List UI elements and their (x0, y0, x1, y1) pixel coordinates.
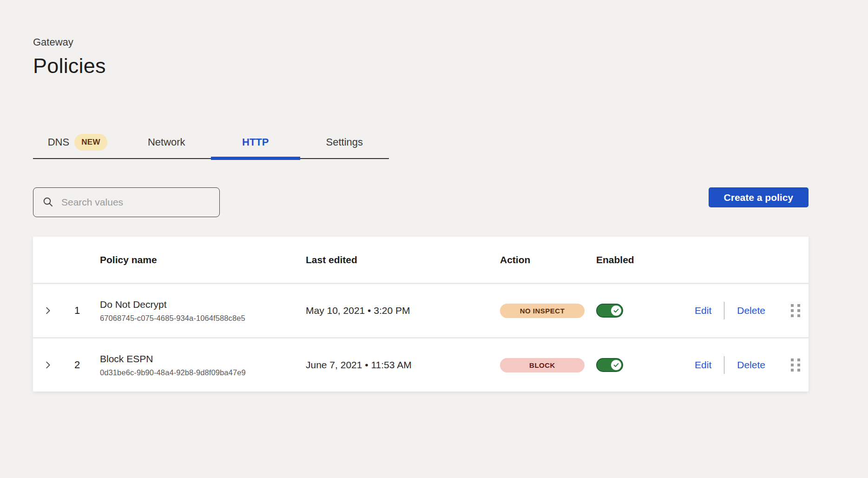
expand-row-button[interactable] (41, 358, 55, 372)
link-divider (724, 356, 724, 374)
toolbar: Create a policy (33, 187, 809, 217)
policy-name: Block ESPN (100, 353, 153, 365)
last-edited-value: June 7, 2021 • 11:53 AM (306, 359, 500, 371)
column-header-policy-name: Policy name (92, 254, 306, 266)
tab-http-label: HTTP (242, 136, 269, 148)
check-icon (613, 307, 619, 314)
main-content: Gateway Policies DNS NEW Network HTTP Se… (33, 0, 809, 392)
search-box (33, 187, 220, 217)
action-badge: BLOCK (500, 358, 585, 372)
new-badge: NEW (74, 134, 107, 151)
tab-dns-label: DNS (48, 136, 69, 148)
policy-name: Do Not Decrypt (100, 299, 167, 310)
create-policy-button[interactable]: Create a policy (709, 187, 809, 207)
policy-id: 0d31be6c-9b90-48a4-92b8-9d8f09ba47e9 (100, 368, 246, 377)
table-row: 2 Block ESPN 0d31be6c-9b90-48a4-92b8-9d8… (33, 337, 809, 392)
tab-settings-label: Settings (326, 136, 363, 148)
tab-http[interactable]: HTTP (211, 126, 300, 158)
toggle-knob (611, 305, 621, 316)
drag-handle-icon[interactable] (788, 301, 803, 320)
delete-link[interactable]: Delete (737, 359, 765, 371)
expand-row-button[interactable] (41, 304, 55, 318)
table-header-row: Policy name Last edited Action Enabled (33, 237, 809, 283)
chevron-right-icon (43, 305, 53, 316)
row-index: 2 (63, 359, 92, 371)
edit-link[interactable]: Edit (695, 359, 711, 371)
drag-handle-icon[interactable] (788, 356, 803, 374)
edit-link[interactable]: Edit (695, 305, 711, 316)
column-header-enabled: Enabled (596, 254, 677, 266)
enabled-toggle[interactable] (596, 304, 623, 318)
action-badge: NO INSPECT (500, 304, 585, 318)
enabled-toggle[interactable] (596, 358, 623, 372)
link-divider (724, 302, 724, 319)
page-title: Policies (33, 54, 809, 78)
search-icon (42, 196, 54, 208)
delete-link[interactable]: Delete (737, 305, 765, 316)
policy-table: Policy name Last edited Action Enabled 1… (33, 237, 809, 392)
chevron-right-icon (43, 360, 53, 370)
tab-network-label: Network (148, 136, 185, 148)
tab-settings[interactable]: Settings (300, 126, 389, 158)
tab-dns[interactable]: DNS NEW (33, 126, 122, 158)
search-input[interactable] (61, 197, 210, 208)
tab-bar: DNS NEW Network HTTP Settings (33, 126, 389, 159)
breadcrumb: Gateway (33, 0, 809, 48)
last-edited-value: May 10, 2021 • 3:20 PM (306, 305, 500, 316)
column-header-last-edited: Last edited (306, 254, 500, 266)
row-index: 1 (63, 305, 92, 317)
policy-id: 67068745-c075-4685-934a-1064f588c8e5 (100, 314, 245, 323)
check-icon (613, 362, 619, 368)
table-row: 1 Do Not Decrypt 67068745-c075-4685-934a… (33, 283, 809, 337)
tab-network[interactable]: Network (122, 126, 211, 158)
toggle-knob (611, 360, 621, 370)
column-header-action: Action (500, 254, 596, 266)
